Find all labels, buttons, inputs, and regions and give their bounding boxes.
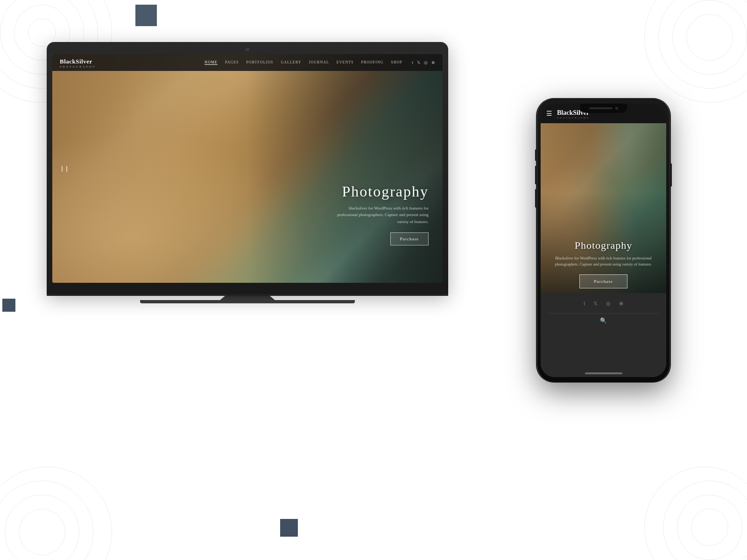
phone-home-indicator — [585, 372, 622, 374]
laptop-instagram-icon[interactable]: ◎ — [424, 60, 428, 65]
phone-hamburger-icon[interactable]: ☰ — [546, 110, 552, 118]
phone-search-row: 🔍 — [547, 313, 660, 328]
laptop-logo-sub: PHOTOGRAPHY — [60, 65, 96, 68]
laptop-nav-links: HOME PAGES PORTFOLIOS GALLERY JOURNAL EV… — [204, 60, 402, 65]
laptop-nav-events[interactable]: EVENTS — [337, 60, 354, 65]
laptop-dark-overlay — [247, 54, 443, 283]
laptop-nav-journal[interactable]: JOURNAL — [309, 60, 329, 65]
laptop-logo: BlackSilver — [60, 58, 92, 65]
phone-camera-dot — [615, 107, 618, 110]
laptop-twitter-icon[interactable]: 𝕏 — [417, 60, 420, 65]
laptop-body: BlackSilver PHOTOGRAPHY HOME PAGES PORTF… — [47, 42, 448, 294]
laptop-nav-gallery[interactable]: GALLERY — [281, 60, 302, 65]
laptop-pinterest-icon[interactable]: ⊕ — [431, 60, 435, 65]
phone-hero-title: Photography — [547, 239, 660, 252]
phone-silent-button — [535, 149, 537, 161]
phone-instagram-icon[interactable]: ◎ — [606, 301, 611, 307]
phone-notch — [580, 104, 627, 113]
phone-footer: f 𝕏 ◎ ⊕ 🔍 — [541, 293, 666, 377]
laptop-nav-proofing[interactable]: PROOFING — [361, 60, 384, 65]
laptop-hero-title: Photography — [335, 183, 429, 200]
laptop-nav-home[interactable]: HOME — [204, 60, 218, 65]
laptop-nav-pages[interactable]: PAGES — [225, 60, 239, 65]
laptop-purchase-button[interactable]: Purchase — [390, 232, 429, 245]
phone-twitter-icon[interactable]: 𝕏 — [593, 301, 598, 307]
phone-search-icon[interactable]: 🔍 — [600, 317, 607, 324]
deco-square-2 — [2, 299, 15, 312]
laptop-website: BlackSilver PHOTOGRAPHY HOME PAGES PORTF… — [52, 54, 443, 283]
phone-volume-down-button — [535, 189, 537, 208]
laptop-navigation: BlackSilver PHOTOGRAPHY HOME PAGES PORTF… — [52, 54, 443, 71]
laptop-hero-description: blacksilver for WordPress with rich feat… — [335, 205, 429, 225]
laptop-camera — [246, 48, 249, 51]
phone-hero-background: Photography Blacksilver for WordPress wi… — [541, 123, 666, 296]
deco-square-4 — [280, 519, 298, 537]
phone-social-icons: f 𝕏 ◎ ⊕ — [541, 293, 666, 313]
deco-square-1 — [135, 5, 157, 26]
phone-facebook-icon[interactable]: f — [584, 301, 585, 307]
phone-logo-sub: PHOTOGRAPHY — [557, 117, 590, 119]
phone-mockup: ☰ BlackSilver PHOTOGRAPHY Photography Bl… — [537, 98, 670, 383]
phone-body: ☰ BlackSilver PHOTOGRAPHY Photography Bl… — [537, 98, 670, 383]
laptop-hero-text: Photography blacksilver for WordPress wi… — [335, 183, 429, 245]
laptop-stand — [47, 296, 448, 303]
phone-volume-up-button — [535, 166, 537, 184]
laptop-pause-button[interactable]: ❙❙ — [60, 165, 69, 172]
phone-hero-text: Photography Blacksilver for WordPress wi… — [541, 232, 666, 296]
phone-speaker — [589, 107, 613, 109]
laptop-logo-container: BlackSilver PHOTOGRAPHY — [60, 57, 96, 68]
phone-power-button — [670, 163, 672, 187]
phone-hero-description: Blacksilver for WordPress with rich feat… — [547, 255, 660, 268]
phone-purchase-button[interactable]: Purchase — [579, 274, 627, 288]
laptop-social-icons: f 𝕏 ◎ ⊕ — [412, 60, 435, 65]
laptop-screen: BlackSilver PHOTOGRAPHY HOME PAGES PORTF… — [52, 54, 443, 283]
laptop-nav-portfolios[interactable]: PORTFOLIOS — [247, 60, 274, 65]
laptop-nav-shop[interactable]: SHOP — [391, 60, 402, 65]
phone-pinterest-icon[interactable]: ⊕ — [619, 301, 623, 307]
laptop-mockup: BlackSilver PHOTOGRAPHY HOME PAGES PORTF… — [47, 42, 448, 331]
phone-website: ☰ BlackSilver PHOTOGRAPHY Photography Bl… — [541, 104, 666, 377]
laptop-facebook-icon[interactable]: f — [412, 60, 413, 65]
phone-screen: ☰ BlackSilver PHOTOGRAPHY Photography Bl… — [541, 104, 666, 377]
